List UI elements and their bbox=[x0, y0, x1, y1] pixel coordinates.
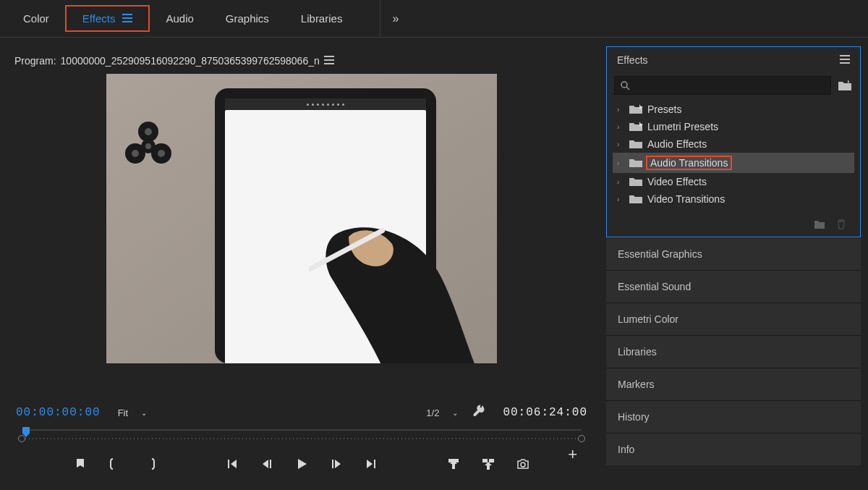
add-marker-icon[interactable] bbox=[73, 457, 88, 471]
duration-timecode: 00:06:24:00 bbox=[503, 406, 587, 419]
new-custom-bin-icon[interactable] bbox=[837, 78, 853, 93]
effects-tree-item[interactable]: ›Audio Effects bbox=[613, 135, 854, 153]
svg-point-15 bbox=[521, 462, 525, 467]
mark-out-icon[interactable] bbox=[142, 457, 157, 471]
chevron-right-icon: › bbox=[617, 106, 624, 114]
chevron-right-icon: › bbox=[617, 178, 624, 186]
workspace-tab-color[interactable]: Color bbox=[7, 7, 65, 30]
workspace-tab-graphics[interactable]: Graphics bbox=[210, 7, 285, 30]
collapsed-panel[interactable]: Essential Sound bbox=[606, 270, 861, 303]
folder-icon bbox=[629, 158, 643, 168]
effects-panel: Effects ›Presets›Lumetri Presets›Audio E… bbox=[606, 46, 861, 237]
go-to-in-icon[interactable] bbox=[225, 457, 239, 471]
hamburger-icon[interactable] bbox=[122, 12, 132, 25]
step-back-icon[interactable] bbox=[260, 457, 274, 471]
folder-icon bbox=[629, 194, 643, 204]
svg-point-19 bbox=[621, 82, 627, 88]
svg-line-20 bbox=[626, 87, 629, 90]
chevron-right-icon: › bbox=[617, 159, 624, 167]
svg-point-13 bbox=[145, 143, 151, 149]
current-timecode[interactable]: 00:00:00:00 bbox=[16, 406, 101, 419]
effects-tree-item[interactable]: ›Presets bbox=[613, 101, 854, 118]
tab-label: Graphics bbox=[226, 12, 269, 25]
tree-item-label: Video Effects bbox=[647, 176, 707, 187]
collapsed-panel[interactable]: History bbox=[606, 400, 861, 433]
go-to-out-icon[interactable] bbox=[364, 457, 378, 471]
program-monitor-panel: Program: 10000000_252909516092290_875036… bbox=[7, 46, 596, 481]
chevron-right-icon: › bbox=[617, 123, 624, 131]
collapsed-panel[interactable]: Essential Graphics bbox=[606, 237, 861, 270]
tree-item-label: Video Transitions bbox=[647, 193, 725, 205]
export-frame-icon[interactable] bbox=[516, 457, 530, 471]
effects-tree-item[interactable]: ›Lumetri Presets bbox=[613, 118, 854, 135]
new-bin-icon[interactable] bbox=[814, 219, 825, 229]
collapsed-panel[interactable]: Markers bbox=[606, 368, 861, 400]
workspace-tab-audio[interactable]: Audio bbox=[150, 7, 209, 30]
tree-item-label: Audio Effects bbox=[647, 138, 707, 150]
hamburger-icon[interactable] bbox=[840, 54, 850, 66]
play-icon[interactable] bbox=[294, 457, 309, 471]
collapsed-panel[interactable]: Libraries bbox=[606, 335, 861, 368]
tab-label: Color bbox=[23, 12, 49, 25]
collapsed-panel[interactable]: Info bbox=[606, 433, 861, 465]
mark-in-icon[interactable] bbox=[108, 457, 122, 471]
folder-icon bbox=[629, 139, 643, 149]
svg-point-10 bbox=[145, 128, 152, 135]
tree-item-label: Lumetri Presets bbox=[647, 121, 718, 132]
delete-icon[interactable] bbox=[835, 219, 847, 229]
panel-title: Effects bbox=[617, 54, 648, 66]
overflow-menu-icon[interactable]: » bbox=[380, 0, 410, 37]
folder-icon bbox=[629, 122, 643, 132]
hamburger-icon[interactable] bbox=[324, 55, 334, 67]
folder-icon bbox=[629, 104, 643, 114]
step-forward-icon[interactable] bbox=[329, 457, 344, 471]
tree-item-label: Audio Transitions bbox=[646, 156, 732, 170]
search-icon bbox=[621, 81, 630, 90]
svg-point-12 bbox=[158, 150, 165, 157]
zoom-select[interactable]: Fit⌄ bbox=[118, 407, 147, 418]
timeline-ruler[interactable] bbox=[16, 428, 587, 444]
resolution-select[interactable]: 1/2⌄ bbox=[426, 407, 458, 418]
tree-item-label: Presets bbox=[647, 104, 681, 115]
folder-icon bbox=[629, 177, 643, 187]
tab-label: Effects bbox=[82, 12, 116, 25]
lift-icon[interactable] bbox=[446, 457, 461, 471]
collapsed-panel[interactable]: Lumetri Color bbox=[606, 303, 861, 335]
effects-tree-item[interactable]: ›Video Transitions bbox=[613, 190, 854, 208]
video-viewport[interactable] bbox=[12, 74, 592, 399]
right-column: Effects ›Presets›Lumetri Presets›Audio E… bbox=[606, 46, 861, 481]
fidget-spinner-graphic bbox=[119, 117, 177, 175]
button-editor-plus-icon[interactable]: + bbox=[568, 445, 577, 464]
hand-graphic bbox=[309, 211, 490, 363]
workspace-tab-libraries[interactable]: Libraries bbox=[285, 7, 359, 30]
workspace-tab-effects[interactable]: Effects bbox=[65, 5, 150, 32]
chevron-down-icon: ⌄ bbox=[141, 409, 147, 417]
effects-tree-item[interactable]: ›Video Effects bbox=[613, 173, 854, 190]
tab-label: Libraries bbox=[301, 12, 343, 25]
effects-tree: ›Presets›Lumetri Presets›Audio Effects›A… bbox=[607, 99, 860, 215]
chevron-right-icon: › bbox=[617, 140, 624, 148]
player-info-bar: 00:00:00:00 Fit⌄ 1/2⌄ 00:06:24:00 bbox=[12, 399, 592, 423]
transport-controls bbox=[12, 444, 592, 476]
video-frame bbox=[106, 74, 497, 363]
effects-tree-item[interactable]: ›Audio Transitions bbox=[613, 153, 854, 173]
chevron-right-icon: › bbox=[617, 195, 624, 203]
chevron-down-icon: ⌄ bbox=[452, 409, 458, 417]
program-sequence-name: 10000000_252909516092290_875036539976259… bbox=[61, 55, 320, 67]
svg-point-11 bbox=[132, 150, 139, 157]
effects-search-input[interactable] bbox=[614, 76, 831, 95]
extract-icon[interactable] bbox=[481, 457, 495, 471]
program-label-prefix: Program: bbox=[14, 55, 56, 67]
settings-wrench-icon[interactable] bbox=[472, 405, 485, 421]
tab-label: Audio bbox=[166, 12, 193, 25]
workspace-tab-bar: Color Effects Audio Graphics Libraries » bbox=[0, 0, 868, 38]
program-header: Program: 10000000_252909516092290_875036… bbox=[12, 51, 592, 74]
